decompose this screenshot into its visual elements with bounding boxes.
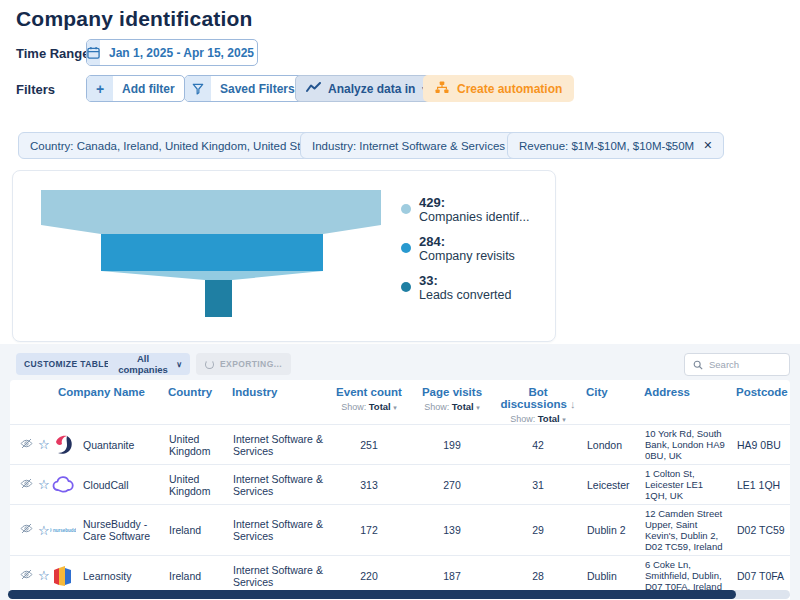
legend-value: 284:: [419, 234, 529, 249]
legend-label: Leads converted: [419, 288, 529, 303]
create-automation-label: Create automation: [457, 82, 562, 96]
company-logo-cloudcall: [50, 472, 76, 498]
search-input[interactable]: [709, 359, 779, 370]
funnel-stage-companies-identified[interactable]: [41, 190, 381, 225]
city-cell: London: [582, 439, 640, 451]
legend-dot: [401, 243, 411, 253]
event-count-cell: 172: [328, 524, 410, 536]
trend-line-icon: [306, 82, 321, 96]
hide-company-icon[interactable]: [20, 436, 33, 454]
filter-chip-industry[interactable]: Industry: Internet Software & Services ✕: [300, 132, 535, 159]
companies-table: Company Name Country Industry Event coun…: [10, 380, 790, 600]
legend-label: Companies identif...: [419, 210, 529, 225]
exporting-button: EXPORTING...: [196, 353, 291, 375]
companies-filter-value: All companies: [116, 353, 170, 375]
column-header-bot-discussions[interactable]: Bot discussions ↓ Show: Total ▾: [494, 386, 582, 424]
chevron-down-icon: ∨: [176, 360, 182, 369]
hide-company-icon[interactable]: [20, 521, 33, 539]
funnel-connector-1: [41, 225, 381, 234]
create-automation-button[interactable]: Create automation: [423, 75, 574, 102]
address-cell: 12 Camden Street Upper, Saint Kevin's, D…: [640, 508, 732, 552]
city-cell: Dublin 2: [582, 524, 640, 536]
company-logo-quantanite: [50, 432, 76, 458]
horizontal-scrollbar-thumb[interactable]: [8, 590, 736, 599]
table-search[interactable]: [684, 353, 790, 376]
legend-label: Company revisits: [419, 249, 529, 264]
horizontal-scrollbar-track[interactable]: [8, 590, 790, 599]
funnel-icon: [185, 76, 211, 101]
legend-value: 429:: [419, 195, 529, 210]
filter-chip-revenue[interactable]: Revenue: $1M-$10M, $10M-$50M ✕: [507, 132, 724, 159]
column-header-event-count[interactable]: Event count Show: Total ▾: [328, 386, 410, 412]
funnel-legend: 429: Companies identif... 284: Company r…: [401, 195, 529, 312]
add-filter-button[interactable]: + Add filter: [86, 75, 185, 102]
exporting-label: EXPORTING...: [220, 359, 282, 369]
city-cell: Leicester: [582, 479, 640, 491]
table-row[interactable]: ☆ ⓝ nursebuddy NurseBuddy - Care Softwar…: [10, 505, 790, 556]
table-header-row: Company Name Country Industry Event coun…: [10, 380, 790, 425]
legend-item-leads-converted[interactable]: 33: Leads converted: [401, 273, 529, 303]
table-row[interactable]: ☆ Quantanite United Kingdom Internet Sof…: [10, 425, 790, 465]
address-cell: 6 Coke Ln, Smithfield, Dublin, D07 T0FA,…: [640, 559, 732, 592]
companies-filter-dropdown[interactable]: All companies ∨: [108, 353, 190, 375]
date-range-value: Jan 1, 2025 - Apr 15, 2025: [100, 46, 258, 60]
filters-label: Filters: [16, 82, 55, 97]
saved-filters-label: Saved Filters: [211, 82, 304, 96]
column-header-city[interactable]: City: [582, 386, 640, 398]
show-label: Show:: [424, 402, 449, 412]
remove-filter-icon[interactable]: ✕: [703, 139, 712, 152]
sitemap-icon: [435, 81, 449, 97]
legend-item-companies-identified[interactable]: 429: Companies identif...: [401, 195, 529, 225]
legend-value: 33:: [419, 273, 529, 288]
column-header-industry[interactable]: Industry: [228, 386, 328, 398]
show-label: Show:: [341, 402, 366, 412]
industry-cell: Internet Software & Services: [228, 518, 328, 542]
company-identification-page: Company identification Time Range Jan 1,…: [0, 0, 800, 600]
country-cell: United Kingdom: [164, 433, 228, 457]
city-cell: Dublin: [582, 570, 640, 582]
column-header-postcode[interactable]: Postcode: [732, 386, 790, 398]
page-title: Company identification: [16, 7, 253, 31]
funnel-stage-leads-converted[interactable]: [205, 280, 232, 317]
company-name[interactable]: Learnosity: [83, 570, 131, 582]
bot-discussions-cell: 28: [494, 570, 582, 582]
filter-chip-revenue-text: Revenue: $1M-$10M, $10M-$50M: [519, 140, 694, 152]
column-header-company[interactable]: Company Name: [48, 386, 164, 398]
bot-discussions-show-dropdown[interactable]: Show: Total ▾: [498, 413, 578, 424]
hide-company-icon[interactable]: [20, 476, 33, 494]
hide-company-icon[interactable]: [20, 567, 33, 585]
address-cell: 10 York Rd, South Bank, London HA9 0BU, …: [640, 428, 732, 461]
analyze-data-in-button[interactable]: Analyze data in ▾: [295, 75, 438, 102]
bot-discussions-cell: 42: [494, 439, 582, 451]
company-name[interactable]: CloudCall: [83, 479, 129, 491]
funnel-stage-company-revisits[interactable]: [101, 234, 323, 271]
column-header-country[interactable]: Country: [164, 386, 228, 398]
company-logo-learnosity: [50, 563, 76, 589]
company-name[interactable]: Quantanite: [83, 439, 134, 451]
bot-discussions-cell: 31: [494, 479, 582, 491]
spinner-icon: [205, 360, 214, 369]
calendar-icon: [87, 40, 100, 65]
event-count-show-dropdown[interactable]: Show: Total ▾: [332, 401, 406, 412]
sort-descending-icon[interactable]: ↓: [570, 398, 576, 410]
legend-item-company-revisits[interactable]: 284: Company revisits: [401, 234, 529, 264]
analyze-data-in-label: Analyze data in: [328, 82, 415, 96]
page-visits-cell: 187: [410, 570, 494, 582]
search-icon: [693, 356, 703, 374]
funnel-chart: [13, 171, 393, 343]
industry-cell: Internet Software & Services: [228, 564, 328, 588]
company-name[interactable]: NurseBuddy - Care Software: [83, 518, 164, 542]
column-header-page-visits[interactable]: Page visits Show: Total ▾: [410, 386, 494, 412]
bot-discussions-cell: 29: [494, 524, 582, 536]
show-label: Show:: [510, 414, 535, 424]
bot-discussions-label: Bot discussions: [500, 386, 566, 410]
postcode-cell: D02 TC59: [732, 524, 790, 536]
event-count-cell: 313: [328, 479, 410, 491]
plus-icon: +: [87, 76, 113, 101]
industry-cell: Internet Software & Services: [228, 473, 328, 497]
column-header-address[interactable]: Address: [640, 386, 732, 398]
postcode-cell: LE1 1QH: [732, 479, 790, 491]
page-visits-show-dropdown[interactable]: Show: Total ▾: [414, 401, 490, 412]
date-range-picker[interactable]: Jan 1, 2025 - Apr 15, 2025 ∨: [86, 39, 258, 66]
table-row[interactable]: ☆ CloudCall United Kingdom Internet Soft…: [10, 465, 790, 505]
